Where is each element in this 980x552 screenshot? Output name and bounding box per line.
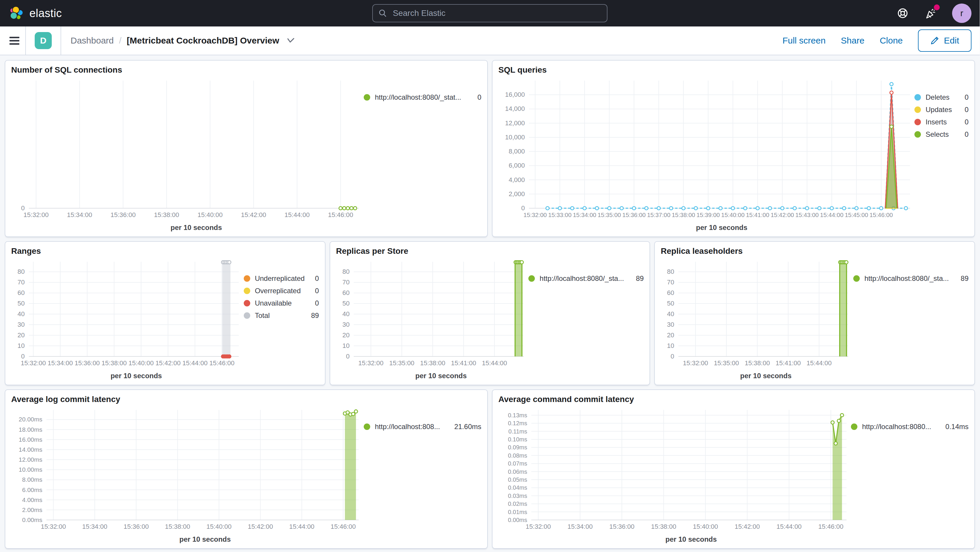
whats-new-button[interactable] <box>924 6 938 20</box>
svg-text:70: 70 <box>342 278 349 286</box>
svg-text:0.01ms: 0.01ms <box>508 509 527 515</box>
legend-item[interactable]: Updates0 <box>915 103 969 116</box>
legend-color-dot <box>244 312 250 319</box>
legend-item[interactable]: http://localhost:808...21.60ms <box>364 420 481 433</box>
edit-button[interactable]: Edit <box>918 29 972 52</box>
chart-svg[interactable]: 15:32:0015:34:0015:36:0015:38:0015:40:00… <box>11 405 363 534</box>
panel-average-log-commit-latency: Average log commit latency 15:32:0015:34… <box>5 390 488 549</box>
chart-svg[interactable]: 15:32:0015:33:0015:34:0015:35:0015:36:00… <box>498 76 915 222</box>
legend-item[interactable]: http://localhost:8080...0.14ms <box>851 420 969 433</box>
svg-text:0.05ms: 0.05ms <box>508 476 527 483</box>
svg-text:8,000: 8,000 <box>509 148 525 155</box>
life-ring-icon <box>897 7 908 19</box>
x-axis-label: per 10 seconds <box>661 371 853 380</box>
chart-legend: http://localhost:8080...0.14ms <box>851 405 969 544</box>
chart-svg[interactable]: 15:32:0015:34:0015:36:0015:38:0015:40:00… <box>11 76 363 222</box>
svg-text:20.00ms: 20.00ms <box>19 416 42 423</box>
chart-canvas[interactable]: 15:32:0015:34:0015:36:0015:38:0015:40:00… <box>498 405 851 534</box>
legend-label: Overreplicated <box>255 287 310 295</box>
svg-text:15:34:00: 15:34:00 <box>67 211 92 218</box>
legend-item[interactable]: http://localhost:8080/_stat...0 <box>364 91 481 103</box>
chart-canvas[interactable]: 15:32:0015:34:0015:36:0015:38:0015:40:00… <box>11 76 364 222</box>
chart-axes: 15:32:0015:34:0015:36:0015:38:0015:40:00… <box>19 410 359 530</box>
chart-canvas[interactable]: 15:32:0015:33:0015:34:0015:35:0015:36:00… <box>498 76 915 222</box>
legend-item[interactable]: Unavailable0 <box>244 297 319 309</box>
svg-text:15:32:00: 15:32:00 <box>41 523 66 530</box>
chart-canvas[interactable]: 15:32:0015:35:0015:38:0015:41:0015:44:00… <box>336 257 529 371</box>
legend-item[interactable]: Selects0 <box>915 128 969 141</box>
dashboard-title-menu[interactable] <box>287 38 294 43</box>
legend-item[interactable]: Total89 <box>244 309 319 322</box>
user-avatar[interactable]: r <box>952 3 972 23</box>
space-badge[interactable]: D <box>35 32 52 49</box>
svg-text:10,000: 10,000 <box>505 134 525 141</box>
svg-text:15:38:00: 15:38:00 <box>102 360 127 367</box>
search-input[interactable] <box>391 8 601 19</box>
legend-item[interactable]: Underreplicated0 <box>244 272 319 285</box>
share-button[interactable]: Share <box>841 36 864 46</box>
svg-text:15:36:00: 15:36:00 <box>622 212 646 218</box>
menu-button[interactable] <box>8 37 25 45</box>
full-screen-button[interactable]: Full screen <box>783 36 826 46</box>
svg-text:14.00ms: 14.00ms <box>19 446 42 453</box>
svg-text:0.13ms: 0.13ms <box>508 412 527 418</box>
svg-text:0.00ms: 0.00ms <box>22 516 42 523</box>
legend-item[interactable]: Deletes0 <box>915 91 969 103</box>
svg-text:16.00ms: 16.00ms <box>19 436 42 443</box>
global-search[interactable] <box>372 4 608 22</box>
breadcrumb-dashboard-link[interactable]: Dashboard <box>70 36 114 46</box>
series-http-localhost-8080-sta- <box>514 261 523 356</box>
legend-item[interactable]: http://localhost:8080/_sta...89 <box>528 272 644 285</box>
chart-svg[interactable]: 15:32:0015:34:0015:36:0015:38:0015:40:00… <box>11 257 243 371</box>
svg-text:0.02ms: 0.02ms <box>508 501 527 507</box>
svg-text:15:40:00: 15:40:00 <box>693 523 718 530</box>
svg-text:15:46:00: 15:46:00 <box>869 212 892 218</box>
svg-text:15:41:00: 15:41:00 <box>776 360 801 367</box>
help-button[interactable] <box>896 6 910 20</box>
chart-svg[interactable]: 15:32:0015:35:0015:38:0015:41:0015:44:00… <box>661 257 853 371</box>
legend-label: http://localhost:808... <box>375 423 450 431</box>
svg-text:0: 0 <box>346 353 349 360</box>
legend-value: 0 <box>965 106 969 114</box>
header-bar: D Dashboard / [Metricbeat CockroachDB] O… <box>0 27 980 55</box>
x-axis-label: per 10 seconds <box>11 534 364 544</box>
chart-axes: 15:32:0015:35:0015:38:0015:41:0015:44:00… <box>342 262 523 367</box>
legend-value: 0.14ms <box>945 423 969 431</box>
svg-text:15:36:00: 15:36:00 <box>111 211 136 218</box>
panel-ranges: Ranges 15:32:0015:34:0015:36:0015:38:001… <box>5 241 326 385</box>
svg-text:15:32:00: 15:32:00 <box>683 360 708 367</box>
svg-text:0.04ms: 0.04ms <box>508 484 527 491</box>
chart-canvas[interactable]: 15:32:0015:35:0015:38:0015:41:0015:44:00… <box>661 257 853 371</box>
panel-title: Replica leaseholders <box>661 247 969 256</box>
svg-text:4.00ms: 4.00ms <box>22 496 42 503</box>
panel-replicas-per-store: Replicas per Store 15:32:0015:35:0015:38… <box>329 241 651 385</box>
chart-axes: 15:32:0015:34:0015:36:0015:38:0015:40:00… <box>508 410 846 530</box>
svg-text:10: 10 <box>18 342 25 349</box>
legend-item[interactable]: http://localhost:8080/_sta...89 <box>853 272 969 285</box>
svg-text:50: 50 <box>342 300 349 307</box>
clone-button[interactable]: Clone <box>880 36 903 46</box>
nav-right-icons: r <box>896 3 972 23</box>
chart-svg[interactable]: 15:32:0015:35:0015:38:0015:41:0015:44:00… <box>336 257 528 371</box>
legend-value: 0 <box>315 299 319 307</box>
legend-item[interactable]: Inserts0 <box>915 116 969 128</box>
legend-color-dot <box>244 275 250 282</box>
chart-canvas[interactable]: 15:32:0015:34:0015:36:0015:38:0015:40:00… <box>11 405 364 534</box>
app-window: elastic <box>0 0 980 552</box>
svg-text:15:38:00: 15:38:00 <box>651 523 676 530</box>
elastic-logo[interactable]: elastic <box>8 5 62 21</box>
svg-text:15:32:00: 15:32:00 <box>21 360 46 367</box>
legend-item[interactable]: Overreplicated0 <box>244 285 319 297</box>
x-axis-label: per 10 seconds <box>11 371 244 380</box>
edit-button-label: Edit <box>944 36 959 46</box>
svg-text:0: 0 <box>21 353 25 360</box>
svg-text:15:36:00: 15:36:00 <box>75 360 100 367</box>
svg-text:15:44:00: 15:44:00 <box>820 212 843 218</box>
chart-canvas[interactable]: 15:32:0015:34:0015:36:0015:38:0015:40:00… <box>11 257 244 371</box>
chart-svg[interactable]: 15:32:0015:34:0015:36:0015:38:0015:40:00… <box>498 405 851 534</box>
svg-text:15:34:00: 15:34:00 <box>82 523 107 530</box>
svg-text:15:41:00: 15:41:00 <box>451 360 476 367</box>
panel-title: Number of SQL connections <box>11 65 481 75</box>
svg-text:12,000: 12,000 <box>505 119 525 127</box>
svg-text:15:42:00: 15:42:00 <box>735 523 760 530</box>
